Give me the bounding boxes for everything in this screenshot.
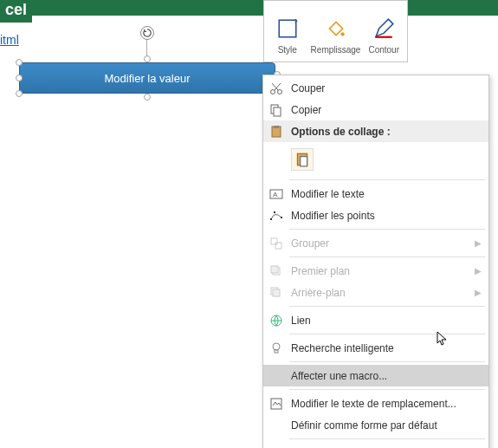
mini-toolbar: Style Remplissage Contour	[263, 0, 408, 62]
svg-rect-21	[273, 289, 280, 296]
bucket-icon	[325, 17, 347, 40]
app-header	[0, 0, 498, 16]
send-backward-icon	[267, 283, 286, 302]
menu-bring-forward: Premier plan ▶	[263, 260, 488, 282]
menu-label: Copier	[291, 104, 321, 116]
svg-text:A: A	[273, 191, 278, 198]
menu-separator	[289, 256, 485, 257]
menu-separator	[289, 306, 485, 307]
context-menu: Couper Copier Options de collage : A Mod…	[262, 75, 489, 448]
bring-forward-icon	[267, 262, 286, 281]
menu-label: Couper	[291, 82, 325, 94]
menu-label: Affecter une macro...	[291, 370, 387, 382]
fill-button[interactable]: Remplissage	[311, 1, 361, 62]
selection-handle[interactable]	[16, 59, 23, 66]
svg-rect-8	[274, 126, 279, 128]
menu-set-default[interactable]: Définir comme forme par défaut	[263, 414, 488, 436]
selection-handle[interactable]	[144, 55, 151, 62]
menu-group: Grouper ▶	[263, 232, 488, 254]
svg-point-4	[278, 89, 282, 94]
title-fragment: cel	[0, 0, 32, 23]
rotate-icon	[143, 29, 152, 37]
outline-button[interactable]: Contour	[360, 1, 407, 62]
alt-text-icon	[267, 394, 286, 413]
group-icon	[267, 234, 286, 253]
menu-label: Lien	[291, 315, 311, 327]
menu-send-backward: Arrière-plan ▶	[263, 282, 488, 303]
menu-label: Modifier les points	[291, 210, 375, 222]
fill-label: Remplissage	[311, 45, 361, 55]
rotation-handle[interactable]	[140, 26, 154, 40]
svg-point-1	[340, 32, 344, 36]
svg-rect-16	[271, 238, 277, 244]
svg-rect-13	[270, 218, 272, 220]
cut-icon	[267, 79, 286, 98]
menu-label: Grouper	[291, 237, 329, 250]
menu-separator	[289, 389, 485, 390]
svg-rect-2	[375, 36, 392, 38]
mouse-cursor	[437, 331, 449, 350]
menu-smart-lookup[interactable]: Recherche intelligente	[263, 337, 488, 359]
menu-copy[interactable]: Copier	[263, 99, 488, 120]
menu-label: Premier plan	[291, 265, 350, 277]
blank-icon	[267, 416, 286, 435]
menu-separator	[289, 179, 485, 180]
lightbulb-icon	[267, 339, 286, 358]
copy-icon	[267, 101, 286, 120]
selection-handle[interactable]	[16, 75, 23, 81]
menu-link[interactable]: Lien	[263, 309, 488, 331]
menu-cut[interactable]: Couper	[263, 77, 488, 99]
menu-label: Modifier le texte	[291, 188, 365, 200]
menu-separator	[289, 229, 485, 230]
svg-point-3	[271, 89, 275, 94]
svg-rect-6	[274, 107, 281, 116]
pen-icon	[372, 17, 395, 40]
menu-assign-macro[interactable]: Affecter une macro...	[263, 365, 488, 386]
svg-point-23	[273, 343, 280, 350]
clipboard-icon	[267, 122, 286, 141]
edit-text-icon: A	[267, 185, 286, 204]
menu-label: Modifier le texte de remplacement...	[291, 398, 456, 410]
selection-handle[interactable]	[144, 94, 151, 101]
style-button[interactable]: Style	[264, 1, 311, 62]
menu-label: Définir comme forme par défaut	[291, 419, 437, 432]
submenu-arrow-icon: ▶	[475, 266, 482, 276]
rotation-connector	[146, 40, 147, 57]
svg-rect-24	[275, 350, 278, 353]
menu-label: Options de collage :	[291, 126, 391, 138]
submenu-arrow-icon: ▶	[475, 288, 482, 297]
outline-label: Contour	[368, 45, 399, 55]
size-icon	[267, 444, 286, 449]
menu-edit-points[interactable]: Modifier les points	[263, 205, 488, 226]
shape-button-label: Modifier la valeur	[105, 72, 191, 85]
menu-separator	[289, 361, 485, 362]
shape-button[interactable]: Modifier la valeur	[19, 62, 275, 94]
style-label: Style	[278, 45, 297, 55]
svg-rect-10	[301, 157, 307, 166]
svg-rect-15	[281, 217, 282, 218]
paste-option-default[interactable]	[263, 142, 488, 177]
menu-edit-text[interactable]: A Modifier le texte	[263, 183, 488, 205]
menu-separator	[289, 334, 485, 334]
paste-icon	[291, 148, 314, 171]
blank-icon	[267, 367, 286, 386]
menu-separator	[289, 438, 485, 439]
menu-alt-text[interactable]: Modifier le texte de remplacement...	[263, 393, 488, 414]
menu-paste-options-header: Options de collage :	[263, 120, 488, 142]
shape-style-icon	[276, 17, 299, 40]
svg-rect-14	[274, 211, 275, 213]
menu-label: Arrière-plan	[291, 287, 346, 299]
submenu-arrow-icon: ▶	[475, 238, 482, 248]
link-icon	[267, 311, 286, 330]
svg-rect-19	[271, 266, 278, 273]
selection-handle[interactable]	[16, 90, 23, 97]
link-fragment[interactable]: itml	[0, 33, 19, 47]
menu-label: Recherche intelligente	[291, 342, 394, 354]
menu-size-properties[interactable]: Taille et propriétés...	[263, 442, 488, 448]
svg-rect-17	[275, 243, 281, 249]
edit-points-icon	[267, 206, 286, 225]
svg-rect-0	[279, 20, 296, 37]
